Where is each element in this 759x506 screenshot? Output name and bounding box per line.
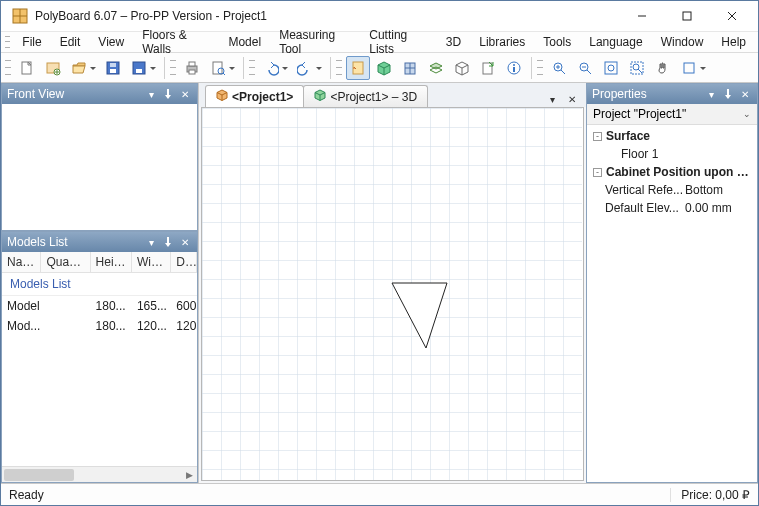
- table-row[interactable]: Model 180... 165... 600: [2, 296, 197, 316]
- properties-object-label: Project "Project1": [593, 107, 686, 121]
- menu-edit[interactable]: Edit: [52, 33, 89, 51]
- export-button[interactable]: [476, 56, 500, 80]
- save-as-button[interactable]: [127, 56, 151, 80]
- svg-rect-13: [110, 69, 116, 73]
- front-view-title: Front View: [7, 87, 141, 101]
- tab-close-icon[interactable]: ✕: [564, 91, 580, 107]
- menu-file[interactable]: File: [14, 33, 49, 51]
- chevron-down-icon[interactable]: ⌄: [743, 109, 751, 119]
- svg-rect-4: [683, 12, 691, 20]
- center-column: <Project1> <Project1> – 3D ▾ ✕: [199, 83, 586, 483]
- svg-rect-18: [189, 62, 195, 66]
- front-view-panel: Front View ▾ ✕: [1, 83, 198, 231]
- redo-button[interactable]: [293, 56, 317, 80]
- panel-close-icon[interactable]: ✕: [738, 87, 752, 101]
- svg-line-32: [456, 65, 462, 68]
- toolbar-handle[interactable]: [537, 57, 543, 79]
- new-document-button[interactable]: [15, 56, 39, 80]
- document-tabs: <Project1> <Project1> – 3D ▾ ✕: [199, 83, 586, 107]
- models-list-group[interactable]: Models List: [2, 273, 197, 296]
- zoom-in-button[interactable]: [547, 56, 571, 80]
- menu-model[interactable]: Model: [220, 33, 269, 51]
- collapse-icon[interactable]: -: [593, 168, 602, 177]
- col-name[interactable]: Name: [2, 252, 41, 272]
- horizontal-scrollbar[interactable]: ◀ ▶: [2, 466, 197, 482]
- models-list-columns[interactable]: Name Quantity Height Width Dep: [2, 252, 197, 273]
- table-row[interactable]: Mod... 180... 120... 120: [2, 316, 197, 336]
- properties-object-selector[interactable]: Project "Project1" ⌄: [587, 104, 757, 125]
- pan-button[interactable]: [651, 56, 675, 80]
- grid3d-button[interactable]: [450, 56, 474, 80]
- col-height[interactable]: Height: [91, 252, 132, 272]
- scroll-right-icon[interactable]: ▶: [181, 467, 197, 483]
- properties-header[interactable]: Properties ▾ ✕: [587, 84, 757, 104]
- zoom-window-button[interactable]: [625, 56, 649, 80]
- panel-dropdown-icon[interactable]: ▾: [704, 87, 718, 101]
- menubar: File Edit View Floors & Walls Model Meas…: [1, 31, 758, 53]
- tab-project1-3d[interactable]: <Project1> – 3D: [303, 85, 428, 107]
- menu-help[interactable]: Help: [713, 33, 754, 51]
- toolbar-handle[interactable]: [170, 57, 176, 79]
- maximize-button[interactable]: [664, 2, 709, 30]
- svg-marker-56: [165, 243, 171, 247]
- svg-rect-55: [167, 237, 169, 243]
- minimize-button[interactable]: [619, 2, 664, 30]
- scrollbar-thumb[interactable]: [4, 469, 74, 481]
- close-button[interactable]: [709, 2, 754, 30]
- panel-dropdown-icon[interactable]: ▾: [144, 235, 158, 249]
- menu-tools[interactable]: Tools: [535, 33, 579, 51]
- info-button[interactable]: [502, 56, 526, 80]
- layers-button[interactable]: [424, 56, 448, 80]
- col-depth[interactable]: Dep: [171, 252, 197, 272]
- tab-label: <Project1> – 3D: [330, 90, 417, 104]
- menu-window[interactable]: Window: [653, 33, 712, 51]
- prop-default-elevation[interactable]: Default Elev... 0.00 mm: [587, 199, 757, 217]
- svg-line-22: [223, 73, 225, 75]
- panel-pin-icon[interactable]: [721, 87, 735, 101]
- prop-vertical-reference[interactable]: Vertical Refe... Bottom: [587, 181, 757, 199]
- zoom-fit-button[interactable]: [599, 56, 623, 80]
- col-quantity[interactable]: Quantity: [41, 252, 90, 272]
- undo-button[interactable]: [259, 56, 283, 80]
- app-icon: [11, 7, 29, 25]
- panel-pin-icon[interactable]: [161, 235, 175, 249]
- svg-point-38: [513, 64, 515, 66]
- menu-3d[interactable]: 3D: [438, 33, 469, 51]
- new-project-button[interactable]: [41, 56, 65, 80]
- tab-dropdown-icon[interactable]: ▾: [544, 91, 560, 107]
- panel-pin-icon[interactable]: [161, 87, 175, 101]
- save-button[interactable]: [101, 56, 125, 80]
- panel-dropdown-icon[interactable]: ▾: [144, 87, 158, 101]
- zoom-out-button[interactable]: [573, 56, 597, 80]
- sheet-view-button[interactable]: [346, 56, 370, 80]
- prop-group-cabinet-position[interactable]: - Cabinet Position upon Pla...: [587, 163, 757, 181]
- menu-language[interactable]: Language: [581, 33, 650, 51]
- panel-close-icon[interactable]: ✕: [178, 235, 192, 249]
- print-button[interactable]: [180, 56, 204, 80]
- front-view-header[interactable]: Front View ▾ ✕: [2, 84, 197, 104]
- status-text: Ready: [9, 488, 670, 502]
- properties-tree: - Surface Floor 1 - Cabinet Position upo…: [587, 125, 757, 219]
- drawing-canvas[interactable]: [201, 107, 584, 481]
- 3d-cube-button[interactable]: [372, 56, 396, 80]
- models-list-panel: Models List ▾ ✕ Name Quantity Height Wid…: [1, 231, 198, 483]
- toolbar-handle[interactable]: [249, 57, 255, 79]
- col-width[interactable]: Width: [132, 252, 171, 272]
- menu-view[interactable]: View: [90, 33, 132, 51]
- models-list-header[interactable]: Models List ▾ ✕: [2, 232, 197, 252]
- panel-close-icon[interactable]: ✕: [178, 87, 192, 101]
- open-button[interactable]: [67, 56, 91, 80]
- cube-green-icon: [314, 89, 326, 104]
- toolbar-handle[interactable]: [5, 57, 11, 79]
- cabinet-button[interactable]: [398, 56, 422, 80]
- tab-project1[interactable]: <Project1>: [205, 85, 304, 107]
- prop-item-floor1[interactable]: Floor 1: [587, 145, 757, 163]
- toolbar-handle[interactable]: [5, 34, 10, 50]
- collapse-icon[interactable]: -: [593, 132, 602, 141]
- print-preview-button[interactable]: [206, 56, 230, 80]
- tool-dropdown-button[interactable]: [677, 56, 701, 80]
- svg-marker-64: [725, 95, 731, 99]
- toolbar-handle[interactable]: [336, 57, 342, 79]
- menu-libraries[interactable]: Libraries: [471, 33, 533, 51]
- prop-group-surface[interactable]: - Surface: [587, 127, 757, 145]
